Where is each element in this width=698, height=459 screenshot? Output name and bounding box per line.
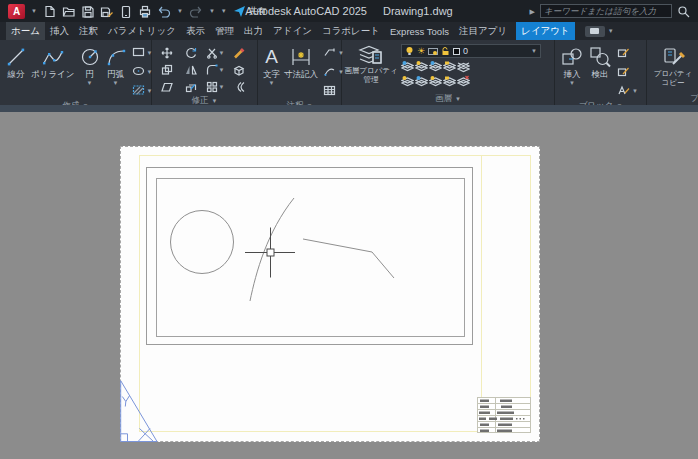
leader-button[interactable] (323, 44, 336, 62)
tab-featured-apps[interactable]: 注目アプリ (454, 22, 512, 40)
text-button[interactable]: A 文字 ▼ (261, 42, 282, 86)
ribbon-toggle-caret-icon[interactable]: ▼ (608, 28, 614, 34)
layout-canvas[interactable] (0, 112, 698, 459)
app-menu-caret-icon[interactable]: ▼ (31, 8, 37, 14)
move-button[interactable] (161, 47, 173, 59)
explode-button[interactable] (233, 64, 245, 76)
tab-manage[interactable]: 管理 (210, 22, 239, 40)
trim-dropdown-icon[interactable]: ▼ (219, 50, 225, 56)
panel-draw: 線分 ポリライン 円 ▼ 円弧 ▼ (0, 40, 152, 105)
layer-walk-button[interactable] (415, 74, 428, 92)
ribbon: 線分 ポリライン 円 ▼ 円弧 ▼ (0, 40, 698, 105)
block-edit-button[interactable] (617, 44, 630, 62)
tab-parametric[interactable]: パラメトリック (103, 22, 181, 40)
detect-icon (588, 43, 612, 70)
dimension-button[interactable]: 寸法記入 (282, 42, 320, 80)
title-bar: A ▼ ▼ ▼ ▼ 共有 Autodesk AutoCAD 2025 Drawi… (0, 0, 698, 22)
rectangle-button[interactable] (132, 44, 145, 62)
ellipse-button[interactable] (132, 63, 145, 81)
tab-insert[interactable]: 挿入 (45, 22, 74, 40)
table-button[interactable] (323, 82, 336, 100)
search-area: ▶ (530, 4, 690, 18)
qat-customize-caret-icon[interactable]: ▼ (221, 8, 227, 14)
arc-icon (105, 43, 127, 70)
detect-button[interactable]: 検出 (586, 42, 614, 80)
search-collapse-icon[interactable]: ▶ (530, 8, 535, 15)
arc-button[interactable]: 円弧 ▼ (103, 42, 129, 86)
insert-dropdown-icon[interactable]: ▼ (569, 80, 575, 86)
polyline-icon (41, 43, 65, 70)
text-dropdown-icon[interactable]: ▼ (269, 80, 275, 86)
ribbon-display-toggle[interactable]: ▼ (585, 22, 614, 40)
redo-caret-icon[interactable]: ▼ (209, 8, 215, 14)
save-as-button[interactable] (100, 5, 113, 18)
array-button[interactable]: ▼ (206, 81, 225, 93)
multileader-button[interactable] (323, 63, 336, 81)
new-file-button[interactable] (43, 5, 56, 18)
fillet-dropdown-icon[interactable]: ▼ (219, 67, 225, 73)
trim-button[interactable]: ▼ (206, 47, 225, 59)
autocad-logo-button[interactable]: A (8, 4, 25, 19)
stretch-button[interactable] (161, 81, 173, 93)
paper-plane-icon (233, 5, 246, 18)
copy-button[interactable] (161, 64, 173, 76)
panel-label-modify[interactable]: 修正▼ (152, 95, 257, 105)
autocad-window: A ▼ ▼ ▼ ▼ 共有 Autodesk AutoCAD 2025 Drawi… (0, 0, 698, 459)
undo-caret-icon[interactable]: ▼ (177, 8, 183, 14)
tab-output[interactable]: 出力 (239, 22, 268, 40)
block-attribute-manager-button[interactable] (617, 82, 630, 100)
layer-delete-button[interactable] (457, 74, 470, 92)
tab-view[interactable]: 表示 (181, 22, 210, 40)
tab-home[interactable]: ホーム (6, 22, 45, 40)
ribbon-tab-bar: ホーム 挿入 注釈 パラメトリック 表示 管理 出力 アドイン コラボレート E… (0, 22, 698, 40)
layer-properties-button[interactable]: 画層プロパティ 管理 (345, 42, 397, 84)
quick-access-toolbar: A ▼ ▼ ▼ ▼ 共有 (8, 4, 267, 19)
offset-button[interactable] (233, 81, 245, 93)
circle-button[interactable]: 円 ▼ (77, 42, 103, 86)
undo-button[interactable] (157, 5, 171, 18)
tab-layout[interactable]: レイアウト (516, 22, 575, 40)
layer-dropdown-caret-icon[interactable]: ▼ (531, 48, 537, 54)
mirror-button[interactable] (185, 64, 197, 76)
hatch-button[interactable] (132, 82, 145, 100)
block-edit-attributes-button[interactable] (617, 63, 630, 81)
tab-collaborate[interactable]: コラボレート (317, 22, 385, 40)
panel-label-layers[interactable]: 画層▼ (342, 92, 554, 105)
array-dropdown-icon[interactable]: ▼ (219, 84, 225, 90)
panel-label-properties[interactable]: プロパティ▼ (647, 92, 698, 105)
search-icon[interactable] (677, 5, 690, 18)
block-tools-dropdown-icon[interactable]: ▼ (632, 88, 638, 94)
document-name: Drawing1.dwg (383, 5, 453, 17)
redo-button[interactable] (189, 5, 203, 18)
fillet-button[interactable]: ▼ (206, 64, 225, 76)
open-from-mobile-button[interactable] (119, 5, 132, 18)
rotate-button[interactable] (185, 47, 197, 59)
polyline-button[interactable]: ポリライン (29, 42, 77, 80)
open-file-button[interactable] (62, 5, 75, 18)
panel-block: 挿入 ▼ 検出 ▼ ブロック▼ (555, 40, 647, 105)
paper-sheet (120, 146, 540, 442)
plot-button[interactable] (138, 5, 151, 18)
layer-unlock-all-button[interactable] (443, 74, 456, 92)
arc-dropdown-icon[interactable]: ▼ (113, 80, 119, 86)
match-properties-button[interactable]: プロパティ コピー (650, 42, 696, 87)
line-button[interactable]: 線分 (3, 42, 29, 80)
ribbon-bottom-strip (0, 105, 698, 112)
layer-off-button[interactable] (401, 74, 414, 92)
layer-thaw-all-button[interactable] (429, 74, 442, 92)
tab-annotate[interactable]: 注釈 (74, 22, 103, 40)
scale-button[interactable] (185, 81, 197, 93)
tab-express-tools[interactable]: Express Tools (385, 22, 454, 40)
panel-layers: 画層プロパティ 管理 ☀ 0 ▼ (342, 40, 555, 105)
help-search-box[interactable] (540, 4, 672, 18)
erase-button[interactable] (233, 47, 245, 59)
share-button[interactable]: 共有 (233, 5, 267, 18)
tab-addins[interactable]: アドイン (268, 22, 317, 40)
search-input[interactable] (544, 6, 668, 16)
insert-block-button[interactable]: 挿入 ▼ (558, 42, 586, 86)
layer-dropdown[interactable]: ☀ 0 ▼ (401, 44, 541, 58)
layer-color-swatch (453, 48, 460, 55)
save-button[interactable] (81, 5, 94, 18)
circle-dropdown-icon[interactable]: ▼ (87, 80, 93, 86)
text-icon: A (265, 43, 278, 70)
